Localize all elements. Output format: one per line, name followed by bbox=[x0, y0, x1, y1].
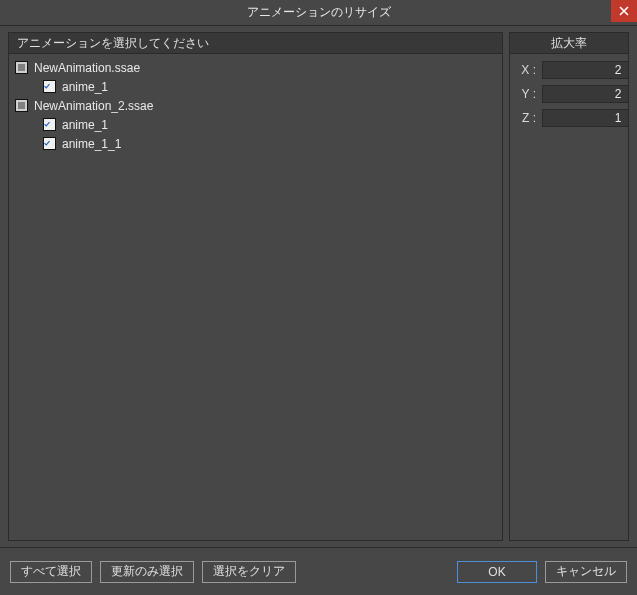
scale-y-label: Y : bbox=[516, 87, 536, 101]
scale-header-label: 拡大率 bbox=[551, 35, 587, 52]
tree-label: anime_1 bbox=[62, 118, 108, 132]
animation-tree: NewAnimation.ssaeanime_1NewAnimation_2.s… bbox=[8, 54, 503, 541]
animation-list-panel: アニメーションを選択してください NewAnimation.ssaeanime_… bbox=[8, 32, 503, 541]
scale-z-input[interactable] bbox=[542, 109, 629, 127]
cancel-button[interactable]: キャンセル bbox=[545, 561, 627, 583]
tree-row[interactable]: NewAnimation_2.ssae bbox=[11, 96, 500, 115]
close-button[interactable] bbox=[611, 0, 637, 22]
scale-row-x: X : bbox=[512, 58, 626, 82]
tree-checkbox[interactable] bbox=[15, 99, 28, 112]
scale-x-label: X : bbox=[516, 63, 536, 77]
window-title: アニメーションのリサイズ bbox=[247, 4, 391, 21]
tree-label: anime_1_1 bbox=[62, 137, 121, 151]
scale-panel: 拡大率 X : Y : Z : bbox=[509, 32, 629, 541]
tree-label: anime_1 bbox=[62, 80, 108, 94]
animation-list-header: アニメーションを選択してください bbox=[8, 32, 503, 54]
tree-checkbox[interactable] bbox=[43, 118, 56, 131]
content-area: アニメーションを選択してください NewAnimation.ssaeanime_… bbox=[0, 26, 637, 547]
tree-checkbox[interactable] bbox=[43, 80, 56, 93]
scale-y-input[interactable] bbox=[542, 85, 629, 103]
clear-selection-button[interactable]: 選択をクリア bbox=[202, 561, 296, 583]
tree-label: NewAnimation_2.ssae bbox=[34, 99, 153, 113]
footer: すべて選択 更新のみ選択 選択をクリア OK キャンセル bbox=[0, 547, 637, 595]
tree-row[interactable]: NewAnimation.ssae bbox=[11, 58, 500, 77]
scale-z-label: Z : bbox=[516, 111, 536, 125]
scale-header: 拡大率 bbox=[509, 32, 629, 54]
scale-row-y: Y : bbox=[512, 82, 626, 106]
animation-list-header-label: アニメーションを選択してください bbox=[17, 35, 209, 52]
select-updated-button[interactable]: 更新のみ選択 bbox=[100, 561, 194, 583]
titlebar: アニメーションのリサイズ bbox=[0, 0, 637, 26]
tree-row[interactable]: anime_1 bbox=[11, 77, 500, 96]
tree-row[interactable]: anime_1 bbox=[11, 115, 500, 134]
tree-label: NewAnimation.ssae bbox=[34, 61, 140, 75]
tree-row[interactable]: anime_1_1 bbox=[11, 134, 500, 153]
scale-x-input[interactable] bbox=[542, 61, 629, 79]
close-icon bbox=[619, 6, 629, 16]
scale-row-z: Z : bbox=[512, 106, 626, 130]
select-all-button[interactable]: すべて選択 bbox=[10, 561, 92, 583]
scale-body: X : Y : Z : bbox=[509, 54, 629, 541]
tree-checkbox[interactable] bbox=[43, 137, 56, 150]
ok-button[interactable]: OK bbox=[457, 561, 537, 583]
tree-checkbox[interactable] bbox=[15, 61, 28, 74]
